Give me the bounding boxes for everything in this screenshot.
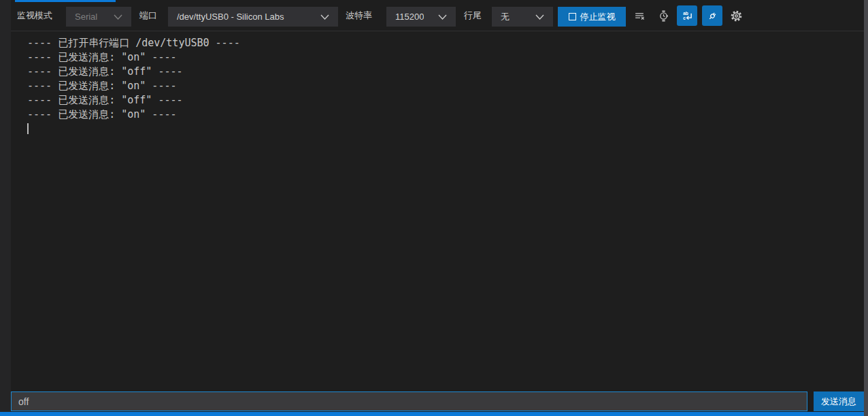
settings-button[interactable] <box>728 7 744 24</box>
terminal-line: ---- 已发送消息: "on" ---- <box>27 79 864 93</box>
baud-rate-value: 115200 <box>395 12 424 22</box>
stop-button-label: 停止监视 <box>580 11 616 23</box>
chevron-down-icon <box>320 13 330 21</box>
timestamp-button[interactable] <box>655 7 671 24</box>
port-select[interactable]: /dev/ttyUSB0 - Silicon Labs <box>168 7 338 27</box>
line-ending-select[interactable]: 无 <box>492 7 553 27</box>
panel-focus-bar <box>0 412 868 416</box>
terminal-line: ---- 已发送消息: "on" ---- <box>27 108 864 122</box>
panel-scrollbar[interactable] <box>864 0 868 416</box>
monitor-mode-select[interactable]: Serial <box>66 7 131 27</box>
serial-monitor-panel: 监视模式 Serial 端口 /dev/ttyUSB0 - Silicon La… <box>0 0 868 416</box>
chevron-down-icon <box>113 13 123 21</box>
port-label: 端口 <box>139 0 157 31</box>
terminal-line: ---- 已发送消息: "on" ---- <box>27 50 864 65</box>
terminal-output[interactable]: ---- 已打开串行端口 /dev/ttyUSB0 -------- 已发送消息… <box>11 31 864 379</box>
terminal-line: ---- 已打开串行端口 /dev/ttyUSB0 ---- <box>27 36 864 50</box>
stop-monitor-button[interactable]: 停止监视 <box>558 7 626 27</box>
connection-toggle-button[interactable] <box>702 5 722 26</box>
chevron-down-icon <box>437 13 448 21</box>
terminal-line: ---- 已发送消息: "off" ---- <box>27 65 864 79</box>
chevron-down-icon <box>535 13 545 21</box>
port-value: /dev/ttyUSB0 - Silicon Labs <box>177 12 284 22</box>
panel-left-edge <box>0 0 11 416</box>
baud-rate-label: 波特率 <box>346 0 372 31</box>
terminal-line: ---- 已发送消息: "off" ---- <box>27 93 864 108</box>
text-return-icon: ab c <box>682 10 693 22</box>
clear-all-icon <box>634 10 646 22</box>
watch-icon <box>658 10 669 22</box>
plug-icon <box>707 10 718 22</box>
send-message-button[interactable]: 发送消息 <box>814 391 864 411</box>
message-input[interactable] <box>11 391 807 411</box>
monitor-mode-value: Serial <box>75 12 97 22</box>
clear-output-button[interactable] <box>631 7 648 24</box>
newline-mode-toggle-button[interactable]: ab c <box>677 5 697 26</box>
line-ending-value: 无 <box>501 11 510 23</box>
terminal-cursor <box>27 123 29 134</box>
svg-text:ab: ab <box>683 11 688 16</box>
toolbar: 监视模式 Serial 端口 /dev/ttyUSB0 - Silicon La… <box>0 0 864 31</box>
svg-text:c: c <box>683 16 686 20</box>
gear-icon <box>730 10 743 22</box>
monitor-mode-label: 监视模式 <box>17 0 52 31</box>
terminal-cursor-line <box>27 122 864 136</box>
stop-icon <box>569 13 576 20</box>
baud-rate-select[interactable]: 115200 <box>386 7 456 27</box>
line-ending-label: 行尾 <box>464 0 482 31</box>
